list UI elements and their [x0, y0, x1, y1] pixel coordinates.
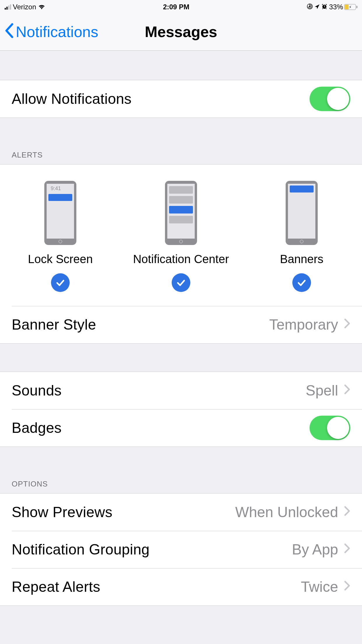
notification-grouping-value: By App: [292, 541, 338, 558]
banner-style-row[interactable]: Banner Style Temporary: [0, 306, 362, 343]
nav-bar: Notifications Messages: [0, 13, 362, 51]
checkmark-icon: [292, 273, 311, 292]
chevron-right-icon: [344, 543, 350, 556]
svg-line-5: [326, 4, 327, 5]
badges-row: Badges: [0, 409, 362, 447]
status-left: Verizon: [5, 3, 45, 11]
alert-type-label: Banners: [280, 253, 324, 266]
sounds-value: Spell: [306, 382, 338, 399]
lock-screen-preview-icon: 9:41: [44, 181, 76, 245]
orientation-lock-icon: [307, 3, 313, 11]
checkmark-icon: [172, 273, 190, 292]
back-button[interactable]: Notifications: [4, 23, 98, 41]
svg-line-7: [326, 8, 326, 9]
sounds-badges-group: Sounds Spell Badges: [0, 372, 362, 447]
notification-grouping-label: Notification Grouping: [12, 541, 150, 558]
chevron-left-icon: [4, 23, 15, 38]
carrier-label: Verizon: [13, 3, 36, 11]
notification-grouping-row[interactable]: Notification Grouping By App: [0, 531, 362, 568]
chevron-right-icon: [344, 580, 350, 593]
alarm-icon: [321, 3, 327, 11]
repeat-alerts-row[interactable]: Repeat Alerts Twice: [0, 568, 362, 606]
banner-style-label: Banner Style: [12, 316, 96, 333]
checkmark-icon: [51, 273, 70, 292]
status-bar: Verizon 2:09 PM 33% ⚡︎: [0, 0, 362, 13]
banner-style-value: Temporary: [269, 316, 338, 333]
show-previews-value: When Unlocked: [235, 504, 338, 521]
notification-center-preview-icon: [165, 181, 197, 245]
charging-icon: ⚡︎: [349, 5, 352, 9]
chevron-right-icon: [344, 384, 350, 397]
badges-label: Badges: [12, 419, 61, 436]
alerts-types-row: 9:41 Lock Screen Notification Cen: [0, 164, 362, 306]
battery-indicator: 33% ⚡︎: [329, 3, 357, 11]
wifi-icon: [38, 3, 45, 11]
alert-type-notification-center[interactable]: Notification Center: [121, 181, 241, 292]
cellular-signal-icon: [5, 4, 11, 10]
chevron-right-icon: [344, 318, 350, 331]
alert-type-label: Notification Center: [133, 253, 229, 266]
location-icon: [314, 3, 320, 11]
allow-notifications-label: Allow Notifications: [12, 90, 131, 107]
alerts-group: 9:41 Lock Screen Notification Cen: [0, 164, 362, 344]
svg-line-6: [322, 8, 323, 9]
options-header: OPTIONS: [0, 480, 362, 493]
sounds-row[interactable]: Sounds Spell: [0, 372, 362, 409]
show-previews-label: Show Previews: [12, 504, 113, 521]
allow-notifications-toggle[interactable]: [310, 87, 350, 111]
allow-notifications-row: Allow Notifications: [0, 80, 362, 118]
badges-toggle[interactable]: [310, 416, 350, 440]
show-previews-row[interactable]: Show Previews When Unlocked: [0, 494, 362, 531]
alert-type-lock-screen[interactable]: 9:41 Lock Screen: [1, 181, 120, 292]
options-group: Show Previews When Unlocked Notification…: [0, 493, 362, 606]
repeat-alerts-value: Twice: [301, 578, 338, 595]
allow-notifications-group: Allow Notifications: [0, 80, 362, 118]
back-label: Notifications: [16, 23, 98, 41]
repeat-alerts-label: Repeat Alerts: [12, 578, 100, 595]
alert-type-banners[interactable]: Banners: [242, 181, 361, 292]
svg-rect-2: [309, 5, 310, 6]
alert-type-label: Lock Screen: [28, 253, 93, 266]
sounds-label: Sounds: [12, 382, 61, 399]
page-title: Messages: [145, 23, 217, 41]
svg-line-4: [322, 4, 323, 5]
status-time: 2:09 PM: [163, 3, 189, 11]
battery-percentage: 33%: [329, 3, 343, 11]
status-right: 33% ⚡︎: [307, 3, 357, 11]
alerts-header: ALERTS: [0, 150, 362, 164]
banners-preview-icon: [286, 181, 318, 245]
chevron-right-icon: [344, 506, 350, 519]
